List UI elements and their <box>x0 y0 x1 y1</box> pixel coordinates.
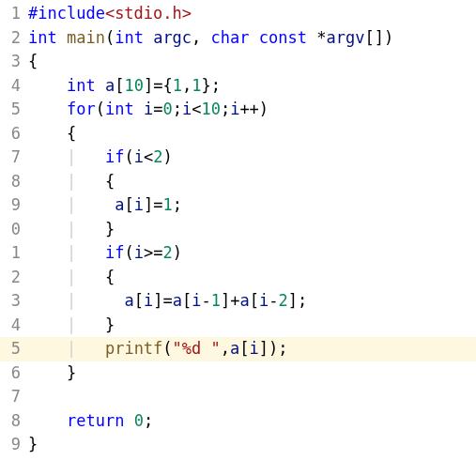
line-number: 2 <box>0 26 28 51</box>
indent-guide: | <box>67 220 76 238</box>
line-number: 2 <box>0 266 28 290</box>
code-editor: 1 #include<stdio.h> 2 int main(int argc,… <box>0 0 476 457</box>
indent-guide: | <box>67 268 76 286</box>
line-number: 4 <box>0 74 28 99</box>
code-content: int a[10]={1,1}; <box>28 74 476 99</box>
line-number: 7 <box>0 385 28 409</box>
code-line: 0 | } <box>0 218 476 242</box>
code-line: 7 <box>0 385 476 409</box>
line-number: 7 <box>0 146 28 170</box>
line-number: 1 <box>0 2 28 26</box>
indent-guide: | <box>67 291 76 310</box>
code-line: 5 for(int i=0;i<10;i++) <box>0 98 476 122</box>
code-line: 9 | a[i]=1; <box>0 193 476 218</box>
code-content: | } <box>28 314 476 338</box>
code-line: 1 #include<stdio.h> <box>0 2 476 26</box>
indent-guide: | <box>67 172 76 191</box>
code-content: { <box>28 50 476 74</box>
indent-guide: | <box>67 339 76 358</box>
line-number: 1 <box>0 241 28 266</box>
code-line: 8 return 0; <box>0 409 476 434</box>
code-line: 3 { <box>0 50 476 74</box>
code-line: 4 int a[10]={1,1}; <box>0 74 476 99</box>
code-line: 1 | if(i>=2) <box>0 241 476 266</box>
indent-guide: | <box>67 315 76 334</box>
code-content: | { <box>28 170 476 194</box>
code-line: 4 | } <box>0 314 476 338</box>
code-content: } <box>28 361 476 386</box>
code-content: | a[i]=a[i-1]+a[i-2]; <box>28 289 476 314</box>
line-number: 8 <box>0 409 28 434</box>
code-content: | } <box>28 218 476 242</box>
line-number: 3 <box>0 289 28 314</box>
code-content: | printf("%d ",a[i]); <box>28 337 476 361</box>
indent-guide: | <box>67 195 76 214</box>
line-number: 5 <box>0 98 28 122</box>
line-number: 4 <box>0 314 28 338</box>
code-content: | if(i<2) <box>28 146 476 170</box>
code-content: } <box>28 433 476 457</box>
code-line-highlighted: 5 | printf("%d ",a[i]); <box>0 337 476 361</box>
line-number: 8 <box>0 170 28 194</box>
line-number: 5 <box>0 337 28 361</box>
code-line: 7 | if(i<2) <box>0 146 476 170</box>
indent-guide: | <box>67 147 76 166</box>
code-content: | if(i>=2) <box>28 241 476 266</box>
code-content: { <box>28 122 476 146</box>
code-content: return 0; <box>28 409 476 434</box>
line-number: 6 <box>0 122 28 146</box>
code-content: | { <box>28 266 476 290</box>
code-line: 3 | a[i]=a[i-1]+a[i-2]; <box>0 289 476 314</box>
code-content: | a[i]=1; <box>28 193 476 218</box>
code-line: 6 { <box>0 122 476 146</box>
code-content: for(int i=0;i<10;i++) <box>28 98 476 122</box>
line-number: 3 <box>0 50 28 74</box>
code-line: 8 | { <box>0 170 476 194</box>
line-number: 9 <box>0 433 28 457</box>
indent-guide: | <box>67 243 76 262</box>
line-number: 6 <box>0 361 28 386</box>
code-line: 2 | { <box>0 266 476 290</box>
line-number: 9 <box>0 193 28 218</box>
code-content: int main(int argc, char const *argv[]) <box>28 26 476 51</box>
line-number: 0 <box>0 218 28 242</box>
code-line: 9 } <box>0 433 476 457</box>
code-line: 6 } <box>0 361 476 386</box>
code-content: #include<stdio.h> <box>28 2 476 26</box>
code-line: 2 int main(int argc, char const *argv[]) <box>0 26 476 51</box>
